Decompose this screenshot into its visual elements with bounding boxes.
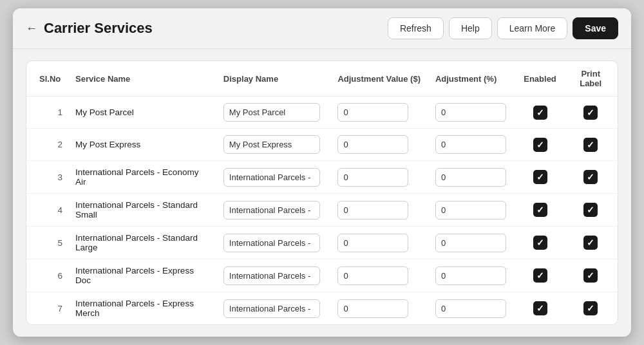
- print-label-checkbox[interactable]: [583, 236, 598, 250]
- print-label-checkbox[interactable]: [583, 301, 598, 315]
- print-label-checkbox[interactable]: [583, 170, 598, 184]
- table-row: 3 International Parcels - Economy Air: [26, 161, 618, 194]
- display-name-input[interactable]: [223, 266, 320, 285]
- adj-value-input[interactable]: [337, 234, 408, 252]
- header-left: ← Carrier Services: [26, 20, 153, 37]
- refresh-button[interactable]: Refresh: [388, 17, 444, 39]
- row-print-label-cell: [564, 259, 618, 292]
- learn-more-button[interactable]: Learn More: [497, 17, 568, 39]
- adj-pct-input[interactable]: [435, 299, 506, 318]
- adj-pct-input[interactable]: [435, 168, 506, 187]
- display-name-input[interactable]: [223, 103, 320, 122]
- row-print-label-cell: [564, 194, 618, 227]
- content-area: Sl.No Service Name Display Name Adjustme…: [13, 49, 631, 337]
- row-adj-pct-cell: [429, 259, 516, 292]
- table-row: 7 International Parcels - Express Merch: [26, 292, 618, 325]
- back-button[interactable]: ←: [26, 22, 37, 35]
- row-service-name: International Parcels - Economy Air: [69, 161, 217, 194]
- adj-pct-input[interactable]: [435, 234, 506, 252]
- adj-value-input[interactable]: [337, 201, 408, 219]
- row-enabled-cell: [516, 129, 564, 161]
- col-header-print-label: Print Label: [564, 61, 618, 97]
- adj-pct-input[interactable]: [435, 201, 506, 219]
- table-row: 1 My Post Parcel: [26, 97, 618, 129]
- display-name-input[interactable]: [223, 168, 320, 187]
- row-service-name: International Parcels - Express Merch: [69, 292, 217, 325]
- row-display-name-cell: [217, 292, 332, 325]
- row-display-name-cell: [217, 194, 332, 227]
- adj-value-input[interactable]: [337, 168, 408, 187]
- adj-pct-input[interactable]: [435, 266, 506, 285]
- col-header-service-name: Service Name: [69, 61, 217, 97]
- row-enabled-cell: [516, 97, 564, 129]
- enabled-checkbox[interactable]: [533, 301, 547, 315]
- print-label-checkbox[interactable]: [583, 106, 598, 120]
- row-print-label-cell: [564, 292, 618, 325]
- print-label-checkbox[interactable]: [583, 203, 598, 217]
- table-row: 5 International Parcels - Standard Large: [26, 227, 618, 259]
- adj-pct-input[interactable]: [435, 103, 506, 122]
- display-name-input[interactable]: [223, 201, 320, 219]
- col-header-adj-pct: Adjustment (%): [429, 61, 516, 97]
- row-display-name-cell: [217, 259, 332, 292]
- row-adj-value-cell: [331, 227, 428, 259]
- enabled-checkbox[interactable]: [533, 236, 547, 250]
- adj-value-input[interactable]: [337, 135, 408, 154]
- row-adj-value-cell: [331, 292, 428, 325]
- row-print-label-cell: [564, 227, 618, 259]
- save-button[interactable]: Save: [573, 17, 618, 39]
- enabled-checkbox[interactable]: [533, 106, 547, 120]
- row-service-name: My Post Parcel: [69, 97, 217, 129]
- print-label-checkbox[interactable]: [583, 268, 598, 283]
- row-id: 3: [26, 161, 69, 194]
- display-name-input[interactable]: [223, 135, 320, 154]
- row-enabled-cell: [516, 161, 564, 194]
- row-display-name-cell: [217, 129, 332, 161]
- adj-pct-input[interactable]: [435, 135, 506, 154]
- enabled-checkbox[interactable]: [533, 138, 547, 152]
- row-id: 7: [26, 292, 69, 325]
- row-enabled-cell: [516, 292, 564, 325]
- display-name-input[interactable]: [223, 299, 320, 318]
- enabled-checkbox[interactable]: [533, 170, 547, 184]
- page-title: Carrier Services: [44, 20, 153, 37]
- row-print-label-cell: [564, 129, 618, 161]
- col-header-display-name: Display Name: [217, 61, 332, 97]
- print-label-checkbox[interactable]: [583, 138, 598, 152]
- row-adj-pct-cell: [429, 194, 516, 227]
- row-enabled-cell: [516, 259, 564, 292]
- row-adj-pct-cell: [429, 129, 516, 161]
- row-adj-value-cell: [331, 97, 428, 129]
- row-id: 5: [26, 227, 69, 259]
- enabled-checkbox[interactable]: [533, 268, 547, 283]
- row-id: 4: [26, 194, 69, 227]
- row-service-name: International Parcels - Express Doc: [69, 259, 217, 292]
- row-service-name: International Parcels - Standard Large: [69, 227, 217, 259]
- row-adj-value-cell: [331, 161, 428, 194]
- table-row: 6 International Parcels - Express Doc: [26, 259, 618, 292]
- row-enabled-cell: [516, 194, 564, 227]
- carrier-services-window: ← Carrier Services Refresh Help Learn Mo…: [13, 8, 631, 337]
- table-row: 2 My Post Express: [26, 129, 618, 161]
- adj-value-input[interactable]: [337, 266, 408, 285]
- header-right: Refresh Help Learn More Save: [388, 17, 618, 39]
- row-adj-pct-cell: [429, 292, 516, 325]
- display-name-input[interactable]: [223, 234, 320, 252]
- services-table: Sl.No Service Name Display Name Adjustme…: [26, 61, 618, 324]
- row-adj-value-cell: [331, 129, 428, 161]
- row-display-name-cell: [217, 161, 332, 194]
- row-id: 6: [26, 259, 69, 292]
- col-header-slno: Sl.No: [26, 61, 69, 97]
- adj-value-input[interactable]: [337, 299, 408, 318]
- row-display-name-cell: [217, 97, 332, 129]
- row-adj-pct-cell: [429, 227, 516, 259]
- enabled-checkbox[interactable]: [533, 203, 547, 217]
- row-enabled-cell: [516, 227, 564, 259]
- row-adj-pct-cell: [429, 97, 516, 129]
- table-header-row: Sl.No Service Name Display Name Adjustme…: [26, 61, 618, 97]
- row-id: 1: [26, 97, 69, 129]
- row-adj-value-cell: [331, 194, 428, 227]
- help-button[interactable]: Help: [449, 17, 492, 39]
- row-service-name: My Post Express: [69, 129, 217, 161]
- adj-value-input[interactable]: [337, 103, 408, 122]
